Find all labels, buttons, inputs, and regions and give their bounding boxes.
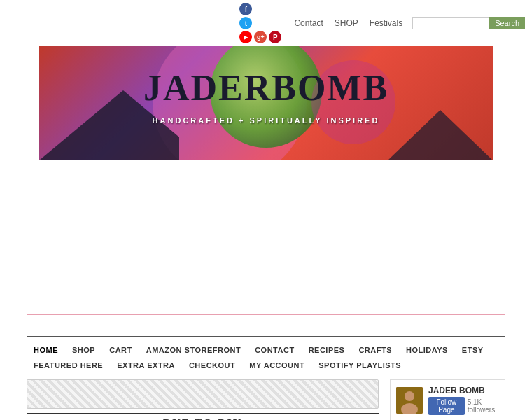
nav-spotify[interactable]: SPOTIFY PLAYLISTS [312, 358, 408, 372]
twitter-icon[interactable]: t [239, 17, 252, 29]
nav-contact[interactable]: CONTACT [248, 343, 301, 357]
festivals-link[interactable]: Festivals [364, 17, 408, 29]
fb-followers-count: 5.1K followers [468, 398, 499, 414]
nav-cart[interactable]: CART [102, 343, 139, 357]
sidebar: JADER BOMB Follow Page 5.1K followers [390, 379, 505, 420]
main-content: DYE TO DIY JADER BOMB Follow Page 5.1K f… [27, 379, 505, 420]
nav-amazon[interactable]: AMAZON STOREFRONT [139, 343, 248, 357]
nav-featured[interactable]: FEATURED HERE [27, 358, 110, 372]
nav-shop[interactable]: SHOP [65, 343, 102, 357]
top-nav-links: Contact SHOP Festivals [288, 17, 408, 29]
fb-follow-row: Follow Page 5.1K followers [428, 397, 499, 415]
youtube-icon[interactable]: ▶ [239, 31, 252, 43]
hero-banner: JADERBOMB HANDCRAFTED + SPIRITUALLY INSP… [39, 46, 493, 160]
nav-checkout[interactable]: CHECKOUT [182, 358, 242, 372]
nav-recipes[interactable]: RECIPES [302, 343, 352, 357]
nav-crafts[interactable]: CRAFTS [351, 343, 399, 357]
nav-bar: HOME SHOP CART AMAZON STOREFRONT CONTACT… [27, 336, 505, 374]
content-divider [27, 413, 379, 414]
googleplus-icon[interactable]: g+ [254, 31, 267, 43]
pinterest-icon[interactable]: P [269, 31, 281, 43]
search-input[interactable] [412, 17, 489, 29]
nav-home[interactable]: HOME [27, 343, 65, 357]
nav-myaccount[interactable]: MY ACCOUNT [242, 358, 312, 372]
svg-point-1 [405, 391, 414, 401]
nav-extra[interactable]: EXTRA EXTRA [110, 358, 182, 372]
social-icons: f t ▶ g+ P [239, 3, 281, 43]
search-bar: Search [412, 17, 525, 29]
content-left: DYE TO DIY [27, 379, 379, 420]
fb-info: JADER BOMB Follow Page 5.1K followers [428, 386, 499, 415]
slider-widget[interactable] [27, 379, 379, 409]
main-nav: HOME SHOP CART AMAZON STOREFRONT CONTACT… [27, 343, 505, 357]
nav-etsy[interactable]: ETSY [455, 343, 491, 357]
shop-link[interactable]: SHOP [329, 17, 364, 29]
fb-page-name: JADER BOMB [428, 386, 499, 396]
nav-holidays[interactable]: HOLIDAYS [399, 343, 455, 357]
secondary-nav: FEATURED HERE EXTRA EXTRA CHECKOUT MY AC… [27, 357, 505, 372]
hero-subtitle: HANDCRAFTED + SPIRITUALLY INSPIRED [39, 116, 493, 125]
contact-link[interactable]: Contact [288, 17, 328, 29]
fb-follow-button[interactable]: Follow Page [428, 397, 465, 415]
search-button[interactable]: Search [489, 17, 525, 29]
fb-avatar [396, 387, 423, 414]
dye-to-diy-title: DYE TO DIY [27, 417, 379, 420]
top-bar: f t ▶ g+ P Contact SHOP Festivals Search [0, 0, 532, 46]
hero-title: JADERBOMB [39, 67, 493, 108]
facebook-icon[interactable]: f [239, 3, 252, 15]
content-gap [0, 160, 532, 314]
facebook-widget: JADER BOMB Follow Page 5.1K followers [390, 379, 505, 420]
